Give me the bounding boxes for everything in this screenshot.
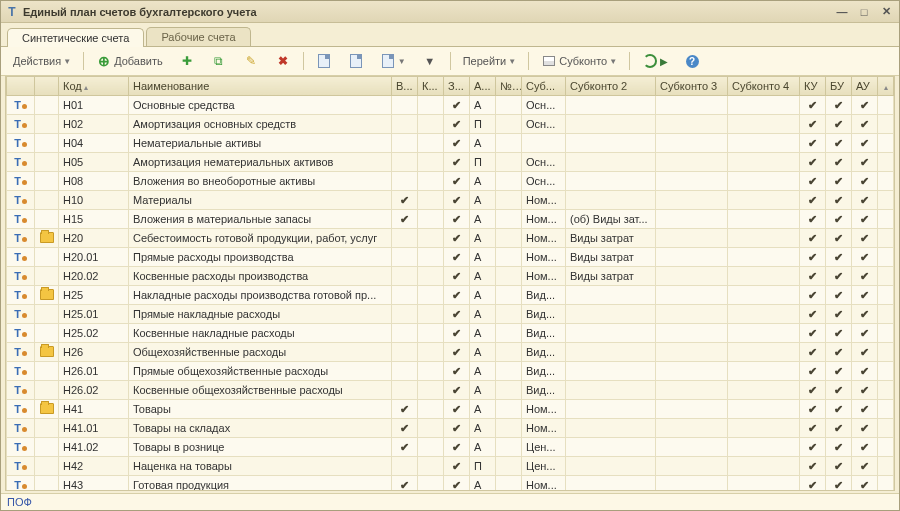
table-row[interactable]: TН15Вложения в материальные запасы✔✔АНом…	[7, 210, 894, 229]
name-cell: Нематериальные активы	[129, 134, 392, 153]
sub1-cell: Цен...	[522, 438, 566, 457]
code-cell: Н26.02	[59, 381, 129, 400]
accounts-grid[interactable]: Код▴ Наименование В... К... З... А... №.…	[6, 77, 894, 490]
type-indicator-cell: T	[7, 400, 35, 419]
col-z[interactable]: З...	[444, 77, 470, 96]
col-n[interactable]: №..	[496, 77, 522, 96]
bu-cell: ✔	[826, 305, 852, 324]
col-type[interactable]	[7, 77, 35, 96]
list-button[interactable]	[342, 50, 370, 72]
sub3-cell	[656, 134, 728, 153]
tab-label: Синтетические счета	[22, 32, 129, 44]
z-cell: ✔	[444, 400, 470, 419]
sub2-cell	[566, 324, 656, 343]
hierarchy-button[interactable]	[310, 50, 338, 72]
col-sub1[interactable]: Суб...	[522, 77, 566, 96]
table-row[interactable]: TН42Наценка на товары✔ПЦен...✔✔✔	[7, 457, 894, 476]
scroll-gutter-cell	[878, 115, 894, 134]
table-body: TН01Основные средства✔АОсн...✔✔✔TН02Амор…	[7, 96, 894, 491]
table-row[interactable]: TН26.01Прямые общехозяйственные расходы✔…	[7, 362, 894, 381]
col-a[interactable]: А...	[470, 77, 496, 96]
col-scroll: ▴	[878, 77, 894, 96]
table-row[interactable]: TН41Товары✔✔АНом...✔✔✔	[7, 400, 894, 419]
col-folder[interactable]	[35, 77, 59, 96]
z-cell: ✔	[444, 286, 470, 305]
table-row[interactable]: TН20.02Косвенные расходы производства✔АН…	[7, 267, 894, 286]
z-cell: ✔	[444, 476, 470, 491]
status-dot-icon	[22, 370, 27, 375]
col-ku[interactable]: КУ	[800, 77, 826, 96]
col-v[interactable]: В...	[392, 77, 418, 96]
table-row[interactable]: TН10Материалы✔✔АНом...✔✔✔	[7, 191, 894, 210]
col-sub4[interactable]: Субконто 4	[728, 77, 800, 96]
col-name[interactable]: Наименование	[129, 77, 392, 96]
table-row[interactable]: TН20Себестоимость готовой продукции, раб…	[7, 229, 894, 248]
col-k[interactable]: К...	[418, 77, 444, 96]
col-sub3[interactable]: Субконто 3	[656, 77, 728, 96]
table-row[interactable]: TН25.02Косвенные накладные расходы✔АВид.…	[7, 324, 894, 343]
separator	[528, 52, 529, 70]
table-row[interactable]: TН41.01Товары на складах✔✔АНом...✔✔✔	[7, 419, 894, 438]
status-dot-icon	[22, 484, 27, 489]
minimize-button[interactable]: —	[833, 4, 851, 20]
add-copy-button[interactable]: ⧉	[205, 50, 233, 72]
tab-work-accounts[interactable]: Рабочие счета	[146, 27, 250, 46]
actions-menu-button[interactable]: Действия▼	[7, 52, 77, 70]
table-row[interactable]: TН02Амортизация основных средств✔ПОсн...…	[7, 115, 894, 134]
ku-cell: ✔	[800, 419, 826, 438]
sub3-cell	[656, 229, 728, 248]
scroll-up-icon: ▴	[884, 83, 888, 92]
table-row[interactable]: TН01Основные средства✔АОсн...✔✔✔	[7, 96, 894, 115]
table-row[interactable]: TН41.02Товары в рознице✔✔АЦен...✔✔✔	[7, 438, 894, 457]
separator	[303, 52, 304, 70]
name-cell: Косвенные расходы производства	[129, 267, 392, 286]
table-row[interactable]: TН20.01Прямые расходы производства✔АНом.…	[7, 248, 894, 267]
ku-cell: ✔	[800, 172, 826, 191]
table-row[interactable]: TН25.01Прямые накладные расходы✔АВид...✔…	[7, 305, 894, 324]
table-row[interactable]: TН43Готовая продукция✔✔АНом...✔✔✔	[7, 476, 894, 491]
titlebar[interactable]: T Единый план счетов бухгалтерского учет…	[1, 1, 899, 23]
table-row[interactable]: TН25Накладные расходы производства готов…	[7, 286, 894, 305]
v-cell: ✔	[392, 191, 418, 210]
add-group-button[interactable]: ✚	[173, 50, 201, 72]
tab-synthetic-accounts[interactable]: Синтетические счета	[7, 28, 144, 47]
n-cell	[496, 96, 522, 115]
z-cell: ✔	[444, 438, 470, 457]
table-row[interactable]: TН04Нематериальные активы✔А✔✔✔	[7, 134, 894, 153]
type-indicator-cell: T	[7, 419, 35, 438]
sub2-cell	[566, 134, 656, 153]
sub3-cell	[656, 267, 728, 286]
folder-cell	[35, 343, 59, 362]
au-cell: ✔	[852, 96, 878, 115]
code-cell: Н41	[59, 400, 129, 419]
close-button[interactable]: ✕	[877, 4, 895, 20]
filter-button[interactable]: ▼	[416, 50, 444, 72]
table-row[interactable]: TН05Амортизация нематериальных активов✔П…	[7, 153, 894, 172]
goto-menu-button[interactable]: Перейти▼	[457, 52, 523, 70]
col-code[interactable]: Код▴	[59, 77, 129, 96]
maximize-button[interactable]: □	[855, 4, 873, 20]
sub4-cell	[728, 362, 800, 381]
edit-button[interactable]: ✎	[237, 50, 265, 72]
type-indicator-cell: T	[7, 457, 35, 476]
help-button[interactable]: ?	[678, 50, 706, 72]
col-bu[interactable]: БУ	[826, 77, 852, 96]
scroll-gutter-cell	[878, 248, 894, 267]
refresh-icon	[642, 53, 658, 69]
table-row[interactable]: TН08Вложения во внеоборотные активы✔АОсн…	[7, 172, 894, 191]
delete-button[interactable]: ✖	[269, 50, 297, 72]
status-dot-icon	[22, 123, 27, 128]
move-button[interactable]: ▼	[374, 50, 412, 72]
account-type-icon: T	[14, 175, 21, 187]
subkonto-menu-button[interactable]: Субконто▼	[535, 50, 623, 72]
col-au[interactable]: АУ	[852, 77, 878, 96]
table-row[interactable]: TН26Общехозяйственные расходы✔АВид...✔✔✔	[7, 343, 894, 362]
col-sub2[interactable]: Субконто 2	[566, 77, 656, 96]
table-row[interactable]: TН26.02Косвенные общехозяйственные расхо…	[7, 381, 894, 400]
refresh-button[interactable]: ▶	[636, 50, 674, 72]
code-cell: Н26.01	[59, 362, 129, 381]
bu-cell: ✔	[826, 172, 852, 191]
sub4-cell	[728, 324, 800, 343]
bu-cell: ✔	[826, 134, 852, 153]
add-button[interactable]: ⊕ Добавить	[90, 50, 169, 72]
